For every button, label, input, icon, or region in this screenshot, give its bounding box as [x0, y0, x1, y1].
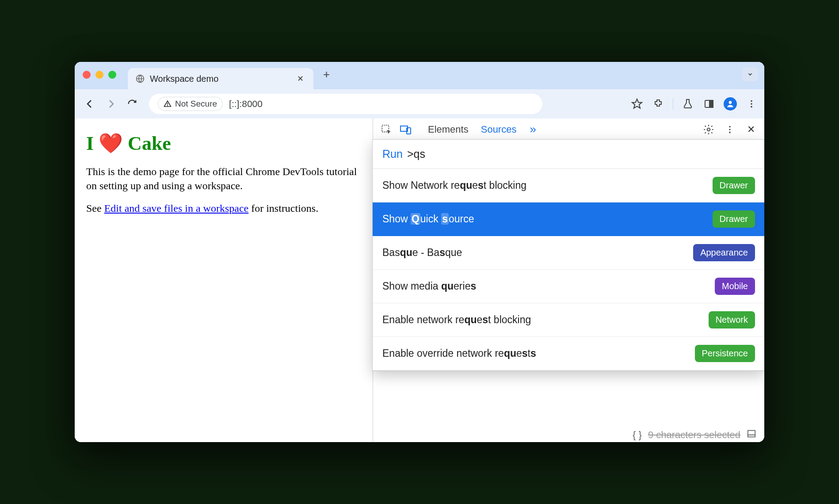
forward-button[interactable] — [102, 95, 120, 113]
svg-point-17 — [729, 131, 731, 133]
command-input[interactable]: Run >qs — [373, 140, 764, 169]
warning-icon — [164, 100, 172, 108]
separator — [673, 98, 673, 110]
command-item-badge: Persistence — [695, 345, 755, 362]
rendered-page: I ❤️ Cake This is the demo page for the … — [75, 118, 373, 442]
close-devtools-button[interactable]: ✕ — [744, 122, 758, 137]
page-paragraph-2: See Edit and save files in a workspace f… — [86, 201, 361, 215]
close-tab-button[interactable]: ✕ — [294, 72, 306, 85]
browser-tab[interactable]: Workspace demo ✕ — [128, 68, 313, 89]
command-query: >qs — [407, 148, 425, 160]
devtools-panel: Elements Sources » ✕ Run >qs — [373, 118, 764, 442]
command-list: Show Network request blockingDrawerShow … — [373, 169, 764, 370]
command-item[interactable]: Show media queriesMobile — [373, 270, 764, 303]
svg-point-10 — [751, 106, 752, 108]
command-item-badge: Drawer — [713, 177, 755, 194]
command-item-label: Show Quick source — [382, 213, 474, 225]
command-item[interactable]: Enable override network requestsPersiste… — [373, 337, 764, 370]
globe-icon — [136, 74, 145, 83]
tab-title: Workspace demo — [150, 74, 289, 84]
svg-point-2 — [168, 105, 168, 106]
content-area: I ❤️ Cake This is the demo page for the … — [75, 118, 764, 442]
footer-status: 9 characters selected — [648, 429, 740, 441]
tab-search-button[interactable] — [742, 67, 758, 81]
url-text: [::]:8000 — [229, 99, 263, 109]
command-item-label: Enable network request blocking — [382, 314, 531, 326]
reload-button[interactable] — [123, 95, 141, 113]
bookmark-star-icon[interactable] — [630, 97, 644, 111]
command-item-label: Basque - Basque — [382, 247, 462, 259]
command-item[interactable]: Basque - BasqueAppearance — [373, 236, 764, 270]
page-paragraph-1: This is the demo page for the official C… — [86, 164, 361, 193]
command-item[interactable]: Enable network request blockingNetwork — [373, 303, 764, 337]
devtools-footer: { } 9 characters selected — [633, 429, 756, 441]
close-window-button[interactable] — [83, 71, 91, 79]
workspace-tutorial-link[interactable]: Edit and save files in a workspace — [104, 202, 249, 214]
svg-point-7 — [729, 101, 732, 104]
minimize-window-button[interactable] — [95, 71, 103, 79]
p2-suffix: for instructions. — [248, 202, 318, 214]
command-item-badge: Mobile — [715, 278, 755, 295]
page-heading: I ❤️ Cake — [86, 132, 361, 155]
command-menu: Run >qs Show Network request blockingDra… — [372, 139, 764, 371]
svg-point-9 — [751, 103, 752, 105]
command-item-label: Enable override network requests — [382, 347, 536, 359]
fullscreen-window-button[interactable] — [108, 71, 116, 79]
svg-rect-18 — [748, 431, 755, 437]
chrome-window: Workspace demo ✕ + Not Secure [::]:8000 — [75, 62, 764, 442]
command-item-badge: Network — [709, 311, 755, 328]
extensions-icon[interactable] — [652, 97, 665, 111]
more-tabs-button[interactable]: » — [530, 122, 536, 136]
profile-avatar[interactable] — [724, 97, 737, 111]
svg-marker-3 — [632, 99, 642, 108]
tab-sources[interactable]: Sources — [481, 124, 517, 135]
address-bar[interactable]: Not Secure [::]:8000 — [149, 94, 542, 114]
toolbar-actions — [630, 97, 758, 111]
back-button[interactable] — [81, 95, 99, 113]
command-item-label: Show Network request blocking — [382, 179, 526, 191]
bracket-icon: { } — [633, 429, 642, 441]
devtools-tabbar: Elements Sources » ✕ — [373, 118, 764, 141]
svg-point-8 — [751, 100, 752, 102]
svg-point-16 — [729, 129, 731, 130]
gear-icon[interactable] — [702, 122, 716, 137]
browser-toolbar: Not Secure [::]:8000 — [75, 89, 764, 118]
command-item-badge: Drawer — [713, 210, 755, 228]
svg-point-14 — [707, 128, 710, 131]
run-label: Run — [382, 148, 403, 160]
new-tab-button[interactable]: + — [323, 68, 330, 81]
labs-icon[interactable] — [681, 97, 694, 111]
command-item[interactable]: Show Quick sourceDrawer — [373, 202, 764, 236]
tab-elements[interactable]: Elements — [428, 124, 469, 135]
inspect-element-icon[interactable] — [379, 122, 393, 137]
p2-prefix: See — [86, 202, 104, 214]
svg-point-15 — [729, 126, 731, 127]
command-item[interactable]: Show Network request blockingDrawer — [373, 169, 764, 202]
device-toggle-icon[interactable] — [399, 122, 413, 137]
side-panel-icon[interactable] — [702, 97, 716, 111]
title-bar: Workspace demo ✕ + — [75, 62, 764, 89]
svg-rect-6 — [709, 100, 713, 107]
command-item-label: Show media queries — [382, 280, 476, 292]
command-item-badge: Appearance — [693, 244, 755, 261]
kebab-menu-icon[interactable] — [745, 97, 758, 111]
devtools-kebab-icon[interactable] — [723, 122, 737, 137]
security-chip[interactable]: Not Secure — [158, 97, 223, 111]
dock-icon[interactable] — [747, 429, 756, 441]
traffic-lights — [83, 71, 116, 79]
security-label: Not Secure — [175, 99, 217, 109]
